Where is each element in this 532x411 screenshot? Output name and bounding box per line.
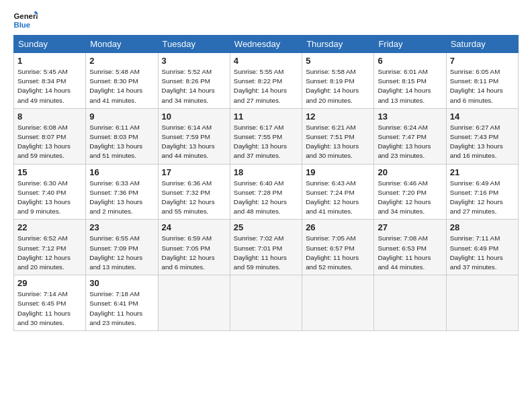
calendar-cell: 6Sunrise: 6:01 AM Sunset: 8:15 PM Daylig…	[374, 53, 446, 109]
day-info: Sunrise: 6:30 AM Sunset: 7:40 PM Dayligh…	[17, 179, 82, 217]
day-info: Sunrise: 5:48 AM Sunset: 8:30 PM Dayligh…	[89, 67, 154, 105]
calendar-cell: 19Sunrise: 6:43 AM Sunset: 7:24 PM Dayli…	[302, 164, 374, 220]
weekday-header-sunday: Sunday	[14, 36, 86, 53]
weekday-header-tuesday: Tuesday	[158, 36, 230, 53]
calendar-cell: 24Sunrise: 6:59 AM Sunset: 7:05 PM Dayli…	[158, 220, 230, 275]
day-number: 1	[17, 56, 82, 66]
calendar-cell: 16Sunrise: 6:33 AM Sunset: 7:36 PM Dayli…	[86, 164, 158, 220]
day-number: 5	[306, 56, 370, 66]
svg-text:Blue: Blue	[14, 21, 31, 29]
day-info: Sunrise: 6:52 AM Sunset: 7:12 PM Dayligh…	[17, 234, 82, 272]
day-info: Sunrise: 6:46 AM Sunset: 7:20 PM Dayligh…	[378, 179, 442, 217]
calendar-cell: 30Sunrise: 7:18 AM Sunset: 6:41 PM Dayli…	[86, 275, 158, 331]
day-info: Sunrise: 6:11 AM Sunset: 8:03 PM Dayligh…	[89, 123, 154, 161]
day-number: 25	[234, 222, 298, 232]
logo: General Blue	[13, 11, 38, 30]
calendar-cell: 8Sunrise: 6:08 AM Sunset: 8:07 PM Daylig…	[14, 108, 86, 164]
day-number: 12	[306, 111, 370, 122]
day-number: 18	[234, 167, 298, 177]
day-info: Sunrise: 7:08 AM Sunset: 6:53 PM Dayligh…	[378, 234, 442, 272]
day-number: 7	[450, 56, 515, 66]
calendar-cell: 22Sunrise: 6:52 AM Sunset: 7:12 PM Dayli…	[14, 220, 86, 275]
day-number: 6	[378, 56, 442, 66]
day-info: Sunrise: 7:14 AM Sunset: 6:45 PM Dayligh…	[17, 289, 82, 328]
header: General Blue	[13, 11, 519, 30]
day-info: Sunrise: 7:05 AM Sunset: 6:57 PM Dayligh…	[306, 234, 370, 272]
calendar-cell: 20Sunrise: 6:46 AM Sunset: 7:20 PM Dayli…	[374, 164, 446, 220]
day-number: 4	[234, 56, 298, 66]
calendar-cell	[158, 275, 230, 331]
weekday-header-saturday: Saturday	[446, 36, 518, 53]
calendar-cell: 15Sunrise: 6:30 AM Sunset: 7:40 PM Dayli…	[14, 164, 86, 220]
calendar-cell	[374, 275, 446, 331]
calendar-cell: 21Sunrise: 6:49 AM Sunset: 7:16 PM Dayli…	[446, 164, 518, 220]
day-number: 17	[162, 167, 226, 177]
day-info: Sunrise: 5:52 AM Sunset: 8:26 PM Dayligh…	[162, 67, 226, 105]
day-info: Sunrise: 5:55 AM Sunset: 8:22 PM Dayligh…	[234, 67, 298, 105]
day-info: Sunrise: 7:02 AM Sunset: 7:01 PM Dayligh…	[234, 234, 298, 272]
day-number: 27	[378, 222, 442, 232]
calendar-cell: 4Sunrise: 5:55 AM Sunset: 8:22 PM Daylig…	[230, 53, 302, 109]
calendar-week-5: 29Sunrise: 7:14 AM Sunset: 6:45 PM Dayli…	[14, 275, 519, 331]
weekday-header-friday: Friday	[374, 36, 446, 53]
calendar-week-4: 22Sunrise: 6:52 AM Sunset: 7:12 PM Dayli…	[14, 220, 519, 275]
calendar-cell: 12Sunrise: 6:21 AM Sunset: 7:51 PM Dayli…	[302, 108, 374, 164]
weekday-header-wednesday: Wednesday	[230, 36, 302, 53]
logo-icon: General Blue	[13, 11, 38, 30]
calendar-cell: 2Sunrise: 5:48 AM Sunset: 8:30 PM Daylig…	[86, 53, 158, 109]
weekday-header-thursday: Thursday	[302, 36, 374, 53]
day-number: 3	[162, 56, 226, 66]
calendar-cell	[302, 275, 374, 331]
day-number: 8	[17, 111, 82, 122]
weekday-header-row: SundayMondayTuesdayWednesdayThursdayFrid…	[14, 36, 519, 53]
calendar-week-3: 15Sunrise: 6:30 AM Sunset: 7:40 PM Dayli…	[14, 164, 519, 220]
day-info: Sunrise: 6:36 AM Sunset: 7:32 PM Dayligh…	[162, 179, 226, 217]
calendar-cell: 17Sunrise: 6:36 AM Sunset: 7:32 PM Dayli…	[158, 164, 230, 220]
page: General Blue SundayMondayTuesdayWednesda…	[0, 0, 532, 338]
day-info: Sunrise: 6:49 AM Sunset: 7:16 PM Dayligh…	[450, 179, 515, 217]
calendar-cell: 27Sunrise: 7:08 AM Sunset: 6:53 PM Dayli…	[374, 220, 446, 275]
day-number: 20	[378, 167, 442, 177]
day-number: 22	[17, 222, 82, 232]
calendar-cell: 7Sunrise: 6:05 AM Sunset: 8:11 PM Daylig…	[446, 53, 518, 109]
calendar-cell: 5Sunrise: 5:58 AM Sunset: 8:19 PM Daylig…	[302, 53, 374, 109]
calendar-cell: 9Sunrise: 6:11 AM Sunset: 8:03 PM Daylig…	[86, 108, 158, 164]
day-number: 15	[17, 167, 82, 177]
calendar-cell	[230, 275, 302, 331]
day-info: Sunrise: 6:55 AM Sunset: 7:09 PM Dayligh…	[89, 234, 154, 272]
day-info: Sunrise: 6:40 AM Sunset: 7:28 PM Dayligh…	[234, 179, 298, 217]
day-number: 24	[162, 222, 226, 232]
day-number: 29	[17, 278, 82, 288]
calendar-cell: 11Sunrise: 6:17 AM Sunset: 7:55 PM Dayli…	[230, 108, 302, 164]
day-info: Sunrise: 5:58 AM Sunset: 8:19 PM Dayligh…	[306, 67, 370, 105]
day-info: Sunrise: 7:11 AM Sunset: 6:49 PM Dayligh…	[450, 234, 515, 272]
calendar-cell: 25Sunrise: 7:02 AM Sunset: 7:01 PM Dayli…	[230, 220, 302, 275]
day-number: 13	[378, 111, 442, 122]
weekday-header-monday: Monday	[86, 36, 158, 53]
day-info: Sunrise: 7:18 AM Sunset: 6:41 PM Dayligh…	[89, 289, 154, 328]
calendar-cell: 1Sunrise: 5:45 AM Sunset: 8:34 PM Daylig…	[14, 53, 86, 109]
svg-text:General: General	[14, 12, 38, 20]
day-number: 26	[306, 222, 370, 232]
day-info: Sunrise: 6:43 AM Sunset: 7:24 PM Dayligh…	[306, 179, 370, 217]
day-info: Sunrise: 6:21 AM Sunset: 7:51 PM Dayligh…	[306, 123, 370, 161]
day-number: 23	[89, 222, 154, 232]
calendar-cell: 13Sunrise: 6:24 AM Sunset: 7:47 PM Dayli…	[374, 108, 446, 164]
day-info: Sunrise: 5:45 AM Sunset: 8:34 PM Dayligh…	[17, 67, 82, 105]
calendar-cell: 3Sunrise: 5:52 AM Sunset: 8:26 PM Daylig…	[158, 53, 230, 109]
calendar-cell: 18Sunrise: 6:40 AM Sunset: 7:28 PM Dayli…	[230, 164, 302, 220]
day-number: 2	[89, 56, 154, 66]
calendar-cell: 23Sunrise: 6:55 AM Sunset: 7:09 PM Dayli…	[86, 220, 158, 275]
day-number: 9	[89, 111, 154, 122]
day-info: Sunrise: 6:33 AM Sunset: 7:36 PM Dayligh…	[89, 179, 154, 217]
calendar-cell: 29Sunrise: 7:14 AM Sunset: 6:45 PM Dayli…	[14, 275, 86, 331]
day-info: Sunrise: 6:14 AM Sunset: 7:59 PM Dayligh…	[162, 123, 226, 161]
day-info: Sunrise: 6:24 AM Sunset: 7:47 PM Dayligh…	[378, 123, 442, 161]
day-number: 10	[162, 111, 226, 122]
day-number: 14	[450, 111, 515, 122]
day-info: Sunrise: 6:27 AM Sunset: 7:43 PM Dayligh…	[450, 123, 515, 161]
day-info: Sunrise: 6:01 AM Sunset: 8:15 PM Dayligh…	[378, 67, 442, 105]
calendar-table: SundayMondayTuesdayWednesdayThursdayFrid…	[13, 35, 519, 331]
day-info: Sunrise: 6:59 AM Sunset: 7:05 PM Dayligh…	[162, 234, 226, 272]
day-number: 16	[89, 167, 154, 177]
